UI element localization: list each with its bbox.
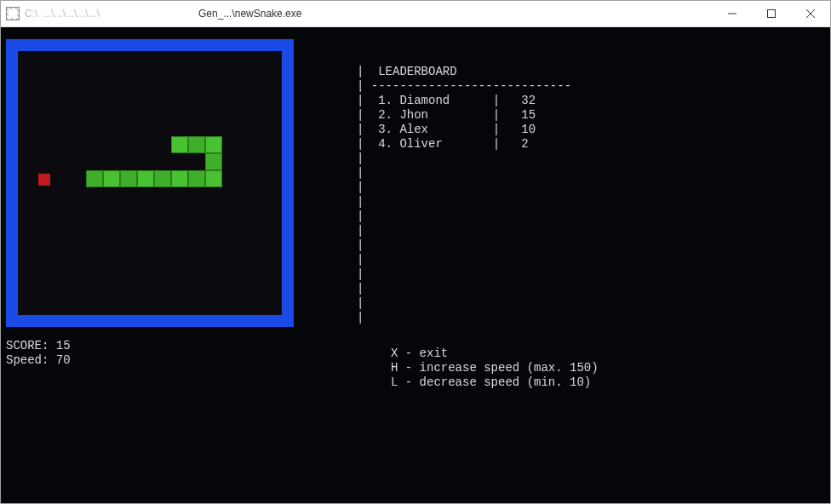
hint-exit: X - exit — [391, 346, 448, 360]
snake-segment — [171, 170, 188, 187]
minimize-icon — [728, 9, 736, 18]
speed-label: Speed: — [6, 353, 49, 367]
minimize-button[interactable] — [713, 1, 752, 26]
leaderboard: | LEADERBOARD | ------------------------… — [357, 65, 571, 325]
score-block: SCORE: 15 Speed: 70 — [6, 339, 71, 368]
snake-segment — [171, 136, 188, 153]
snake-segment — [154, 170, 171, 187]
speed-value: 70 — [56, 353, 71, 367]
snake-segment — [205, 170, 222, 187]
snake-segment — [86, 170, 103, 187]
score-value: 15 — [56, 339, 71, 352]
snake-segment — [188, 136, 205, 153]
close-icon — [806, 9, 815, 18]
food-cell — [38, 174, 50, 186]
title-filename: Gen_...\newSnake.exe — [198, 8, 301, 20]
hint-increase-speed: H - increase speed (max. 150) — [391, 361, 599, 375]
app-window: C:\ ...\...\...\...\...\ Gen_...\newSnak… — [0, 0, 831, 504]
maximize-button[interactable] — [752, 1, 791, 26]
svg-rect-1 — [768, 10, 776, 18]
snake-segment — [120, 170, 137, 187]
snake-segment — [205, 153, 222, 170]
snake-segment — [205, 136, 222, 153]
window-controls — [713, 1, 830, 26]
close-button[interactable] — [791, 1, 830, 26]
hint-decrease-speed: L - decrease speed (min. 10) — [391, 375, 591, 389]
title-path-prefix: C:\ — [25, 8, 37, 20]
snake-segment — [103, 170, 120, 187]
app-icon — [6, 7, 20, 20]
game-board — [6, 39, 294, 327]
titlebar[interactable]: C:\ ...\...\...\...\...\ Gen_...\newSnak… — [1, 1, 830, 27]
console-area[interactable]: SCORE: 15 Speed: 70 | LEADERBOARD | ----… — [1, 27, 830, 503]
maximize-icon — [767, 9, 776, 18]
game-grid — [18, 51, 282, 315]
title-path-fragments: ...\...\...\...\...\ — [43, 8, 100, 20]
title-text: C:\ ...\...\...\...\...\ Gen_...\newSnak… — [1, 7, 301, 20]
score-label: SCORE: — [6, 339, 49, 352]
hints-block: X - exit H - increase speed (max. 150) L… — [391, 346, 599, 390]
snake-segment — [137, 170, 154, 187]
snake-segment — [188, 170, 205, 187]
